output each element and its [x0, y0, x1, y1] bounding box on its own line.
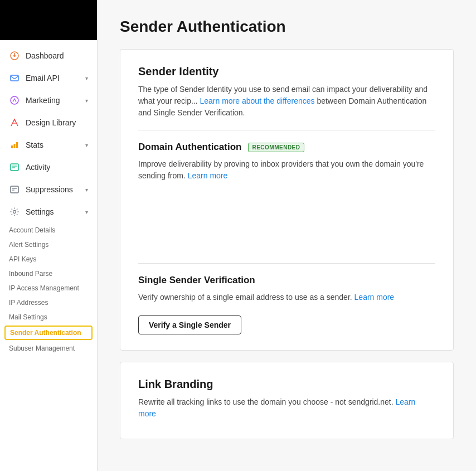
page-title: Sender Authentication — [120, 18, 454, 36]
stats-label: Stats — [26, 140, 43, 149]
domain-auth-header: Domain Authentication RECOMMENDED — [138, 142, 435, 153]
svg-rect-6 — [11, 145, 13, 148]
sidebar: Dashboard Email API ▾ Marketing ▾ — [0, 0, 98, 471]
marketing-label: Marketing — [26, 96, 60, 105]
stats-icon — [9, 139, 20, 150]
recommended-badge: RECOMMENDED — [248, 143, 304, 152]
single-sender-learn-more-link[interactable]: Learn more — [354, 293, 395, 302]
spacer — [138, 185, 435, 252]
suppressions-label: Suppressions — [26, 185, 73, 194]
sidebar-item-sender-authentication[interactable]: Sender Authentication — [4, 326, 93, 340]
dashboard-label: Dashboard — [26, 51, 64, 60]
learn-more-differences-link[interactable]: Learn more about the differences — [200, 96, 315, 105]
settings-label: Settings — [26, 207, 54, 216]
dashboard-icon — [9, 50, 20, 61]
sidebar-item-dashboard[interactable]: Dashboard — [0, 45, 97, 67]
single-sender-title: Single Sender Verification — [138, 275, 255, 286]
suppressions-icon — [9, 184, 20, 195]
logo — [15, 9, 82, 31]
sidebar-item-stats[interactable]: Stats ▾ — [0, 134, 97, 156]
sidebar-item-activity[interactable]: Activity — [0, 156, 97, 178]
link-branding-card: Link Branding Rewrite all tracking links… — [120, 362, 454, 439]
single-sender-header: Single Sender Verification — [138, 275, 435, 286]
sidebar-item-api-keys[interactable]: API Keys — [0, 252, 97, 266]
sender-identity-title: Sender Identity — [138, 65, 435, 78]
activity-label: Activity — [26, 163, 50, 172]
sidebar-item-suppressions[interactable]: Suppressions ▾ — [0, 178, 97, 201]
logo-area — [0, 0, 97, 40]
sidebar-item-ip-access-management[interactable]: IP Access Management — [0, 281, 97, 295]
domain-auth-description-text: Improve deliverability by proving to inb… — [138, 159, 424, 180]
domain-auth-title: Domain Authentication — [138, 142, 241, 153]
sidebar-item-alert-settings[interactable]: Alert Settings — [0, 237, 97, 252]
activity-icon — [9, 162, 20, 173]
suppressions-chevron: ▾ — [85, 187, 88, 193]
email-api-label: Email API — [26, 74, 60, 82]
email-api-icon — [9, 72, 20, 84]
sidebar-item-subuser-management[interactable]: Subuser Management — [0, 341, 97, 356]
sidebar-item-mail-settings[interactable]: Mail Settings — [0, 310, 97, 324]
sidebar-item-account-details[interactable]: Account Details — [0, 223, 97, 237]
link-branding-description: Rewrite all tracking links to use the do… — [138, 396, 435, 420]
domain-auth-learn-more-link[interactable]: Learn more — [188, 171, 228, 180]
design-library-icon — [9, 117, 20, 128]
sidebar-item-ip-addresses[interactable]: IP Addresses — [0, 295, 97, 310]
svg-rect-9 — [11, 164, 18, 171]
domain-auth-description: Improve deliverability by proving to inb… — [138, 158, 435, 182]
email-api-chevron: ▾ — [85, 75, 88, 81]
svg-rect-12 — [11, 186, 18, 193]
sidebar-item-marketing[interactable]: Marketing ▾ — [0, 89, 97, 111]
single-sender-description: Verify ownership of a single email addre… — [138, 292, 435, 303]
svg-point-15 — [13, 211, 16, 213]
verify-single-sender-button[interactable]: Verify a Single Sender — [138, 315, 241, 334]
main-content: Sender Authentication Sender Identity Th… — [98, 0, 476, 471]
sidebar-item-inbound-parse[interactable]: Inbound Parse — [0, 266, 97, 281]
svg-rect-7 — [14, 144, 16, 148]
link-branding-description-text: Rewrite all tracking links to use the do… — [138, 397, 394, 406]
svg-point-4 — [11, 96, 18, 104]
settings-chevron: ▾ — [85, 209, 88, 215]
sidebar-item-design-library[interactable]: Design Library — [0, 111, 97, 134]
marketing-chevron: ▾ — [85, 98, 88, 104]
sidebar-nav: Dashboard Email API ▾ Marketing ▾ — [0, 40, 97, 360]
svg-rect-8 — [16, 142, 18, 148]
marketing-icon — [9, 95, 20, 106]
single-sender-description-text: Verify ownership of a single email addre… — [138, 293, 352, 302]
settings-icon — [9, 206, 20, 217]
divider-2 — [138, 263, 435, 264]
sender-identity-description: The type of Sender Identity you use to s… — [138, 84, 435, 119]
sidebar-item-email-api[interactable]: Email API ▾ — [0, 67, 97, 89]
svg-rect-3 — [11, 75, 18, 81]
sidebar-item-settings[interactable]: Settings ▾ — [0, 201, 97, 223]
link-branding-title: Link Branding — [138, 378, 435, 391]
divider-1 — [138, 130, 435, 130]
design-library-label: Design Library — [26, 118, 76, 127]
sender-identity-card: Sender Identity The type of Sender Ident… — [120, 49, 454, 351]
settings-submenu: Account Details Alert Settings API Keys … — [0, 223, 97, 356]
stats-chevron: ▾ — [85, 142, 88, 148]
